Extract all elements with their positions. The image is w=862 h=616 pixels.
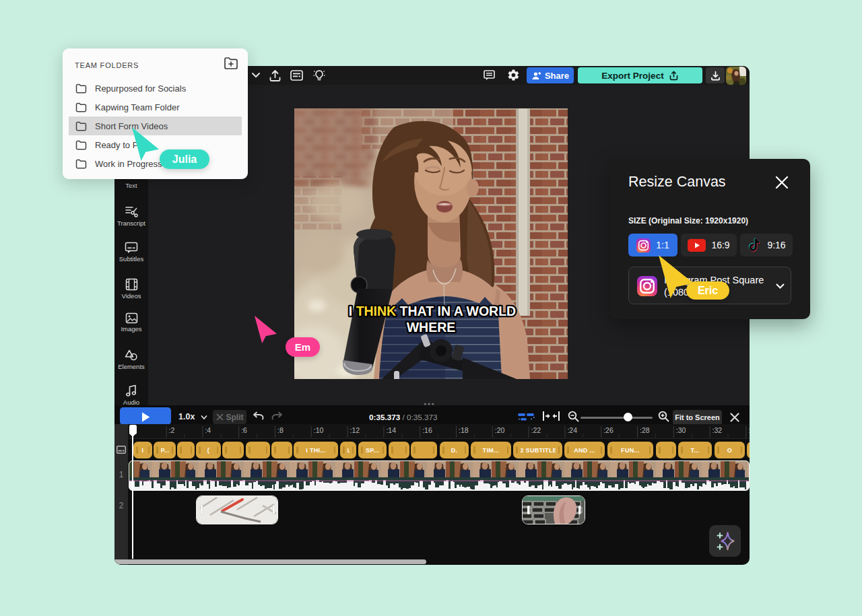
svg-text::12: :12: [350, 426, 360, 434]
svg-text::14: :14: [386, 426, 396, 434]
svg-text::26: :26: [603, 426, 614, 434]
svg-text::30: :30: [676, 426, 686, 434]
svg-text::24: :24: [567, 426, 577, 434]
svg-text::4: :4: [205, 426, 211, 434]
svg-text::28: :28: [640, 426, 650, 434]
svg-text::2: :2: [169, 426, 175, 434]
svg-text::16: :16: [422, 426, 432, 434]
svg-text::18: :18: [459, 426, 469, 434]
svg-text::22: :22: [531, 426, 541, 434]
svg-text::10: :10: [314, 426, 324, 434]
svg-text::34: :34: [748, 426, 750, 434]
svg-text::20: :20: [495, 426, 505, 434]
svg-text:WHERE: WHERE: [407, 320, 456, 335]
svg-text::32: :32: [712, 426, 723, 434]
svg-text:I THINK THAT IN A WORLD: I THINK THAT IN A WORLD: [349, 304, 516, 318]
svg-text::8: :8: [277, 426, 284, 434]
svg-text::6: :6: [241, 426, 247, 434]
